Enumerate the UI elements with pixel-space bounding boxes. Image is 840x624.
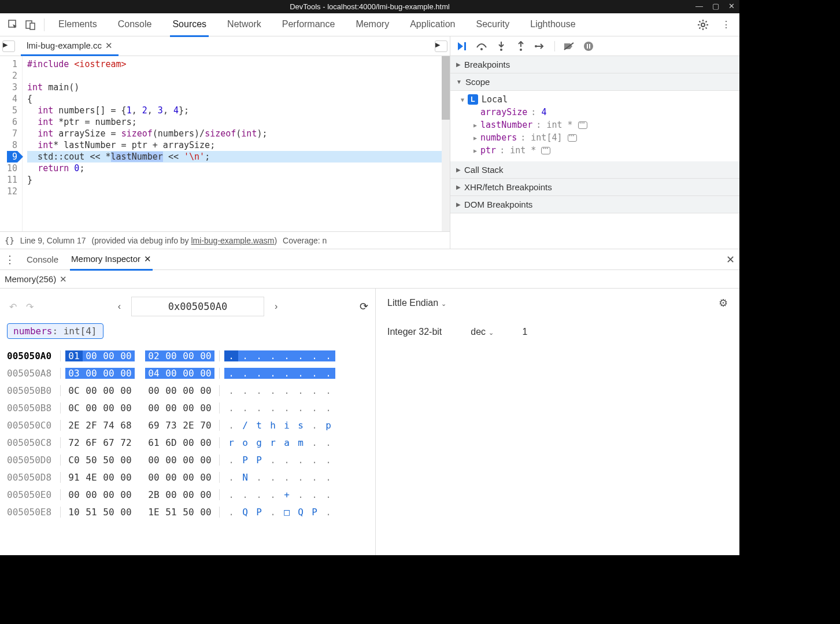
step-out-icon[interactable] <box>515 40 527 52</box>
reveal-in-memory-icon[interactable] <box>568 134 577 142</box>
tab-performance[interactable]: Performance <box>280 13 338 36</box>
scope-variable[interactable]: ▶ptr: int * <box>473 144 737 157</box>
tab-elements[interactable]: Elements <box>56 13 99 36</box>
more-icon[interactable]: ⋮ <box>717 16 735 34</box>
debugger-controls <box>450 36 739 56</box>
prev-page-icon[interactable]: ‹ <box>112 299 127 314</box>
refresh-icon[interactable]: ⟳ <box>360 300 368 313</box>
address-input[interactable]: 0x005050A0 <box>131 297 264 316</box>
snippets-icon[interactable]: ▶ <box>435 40 447 52</box>
svg-rect-4 <box>464 42 466 50</box>
history-forward-icon[interactable]: ↷ <box>24 299 36 315</box>
settings-icon[interactable]: ⚙ <box>719 297 728 309</box>
highlight-chip[interactable]: numbers: int[4] <box>7 323 103 339</box>
close-icon[interactable]: ✕ <box>728 2 735 10</box>
section-breakpoints[interactable]: ▶Breakpoints <box>450 56 739 73</box>
scrollbar[interactable] <box>442 56 450 231</box>
resume-icon[interactable] <box>456 40 468 52</box>
svg-point-8 <box>535 45 537 47</box>
int-type-label: Integer 32-bit <box>387 327 442 337</box>
close-icon[interactable]: ✕ <box>144 254 151 264</box>
reveal-in-memory-icon[interactable] <box>541 147 550 154</box>
file-tab-label: lmi-bug-example.cc <box>27 40 102 50</box>
tab-application[interactable]: Application <box>408 13 457 36</box>
code-content[interactable]: #include <iostream>int main(){ int numbe… <box>23 56 450 231</box>
maximize-icon[interactable]: ▢ <box>712 2 719 10</box>
tab-security[interactable]: Security <box>473 13 512 36</box>
pause-exceptions-icon[interactable] <box>583 40 594 52</box>
scope-variable[interactable]: ▶arraySize: 4 <box>473 106 737 119</box>
inspect-icon[interactable] <box>5 16 22 34</box>
memory-tab-label[interactable]: Memory(256) <box>5 274 56 284</box>
line-gutter[interactable]: 123456789101112 <box>0 56 23 231</box>
drawer-more-icon[interactable]: ⋮ <box>5 253 15 266</box>
scope-local[interactable]: ▼LLocal <box>461 93 737 106</box>
main-tabbar: Elements Console Sources Network Perform… <box>0 13 739 36</box>
minimize-icon[interactable]: — <box>695 2 703 10</box>
svg-point-6 <box>500 49 502 51</box>
close-icon[interactable]: ✕ <box>60 274 67 285</box>
cursor-position: Line 9, Column 17 <box>20 236 86 245</box>
window-title: DevTools - localhost:4000/lmi-bug-exampl… <box>290 2 450 11</box>
svg-rect-11 <box>587 44 588 49</box>
file-tab-active[interactable]: lmi-bug-example.cc ✕ <box>21 37 119 56</box>
drawer-tab-memory-inspector[interactable]: Memory Inspector ✕ <box>70 249 153 271</box>
wasm-link[interactable]: lmi-bug-example.wasm <box>191 236 275 245</box>
device-toggle-icon[interactable] <box>22 16 39 34</box>
settings-icon[interactable] <box>694 16 712 34</box>
step-icon[interactable] <box>535 40 546 52</box>
svg-rect-2 <box>30 23 35 29</box>
drawer-tab-console[interactable]: Console <box>25 250 60 269</box>
svg-rect-12 <box>589 44 590 49</box>
status-bar: {} Line 9, Column 17 (provided via debug… <box>0 231 450 249</box>
coverage-label: Coverage: n <box>283 236 327 245</box>
step-over-icon[interactable] <box>476 40 487 52</box>
int-value: 1 <box>523 327 528 337</box>
scope-variable[interactable]: ▶lastNumber: int * <box>473 119 737 131</box>
reveal-in-memory-icon[interactable] <box>578 121 587 129</box>
tab-memory[interactable]: Memory <box>353 13 391 36</box>
close-icon[interactable]: ✕ <box>105 40 113 51</box>
section-callstack[interactable]: ▶Call Stack <box>450 161 739 179</box>
window-titlebar: DevTools - localhost:4000/lmi-bug-exampl… <box>0 0 739 13</box>
history-back-icon[interactable]: ↶ <box>7 299 19 315</box>
repr-select[interactable]: dec ⌄ <box>471 327 493 337</box>
close-drawer-icon[interactable]: ✕ <box>726 253 735 266</box>
step-into-icon[interactable] <box>495 40 507 52</box>
tab-network[interactable]: Network <box>225 13 264 36</box>
deactivate-breakpoints-icon[interactable] <box>563 40 575 52</box>
tab-console[interactable]: Console <box>116 13 154 36</box>
scope-variable[interactable]: ▶numbers: int[4] <box>473 131 737 144</box>
section-xhr[interactable]: ▶XHR/fetch Breakpoints <box>450 179 739 196</box>
navigator-toggle-icon[interactable]: ▶ <box>2 40 15 52</box>
svg-point-10 <box>584 42 593 51</box>
svg-point-7 <box>520 49 522 51</box>
endian-select[interactable]: Little Endian ⌄ <box>387 298 446 308</box>
section-scope[interactable]: ▼Scope <box>450 73 739 91</box>
hex-viewer[interactable]: 005050A00100000002000000........005050A8… <box>7 347 368 520</box>
pretty-print-icon[interactable]: {} <box>5 236 14 245</box>
next-page-icon[interactable]: › <box>269 299 283 314</box>
svg-point-3 <box>701 23 705 27</box>
svg-point-5 <box>480 48 483 50</box>
tab-sources[interactable]: Sources <box>170 13 209 37</box>
tab-lighthouse[interactable]: Lighthouse <box>528 13 578 36</box>
section-dom[interactable]: ▶DOM Breakpoints <box>450 196 739 213</box>
